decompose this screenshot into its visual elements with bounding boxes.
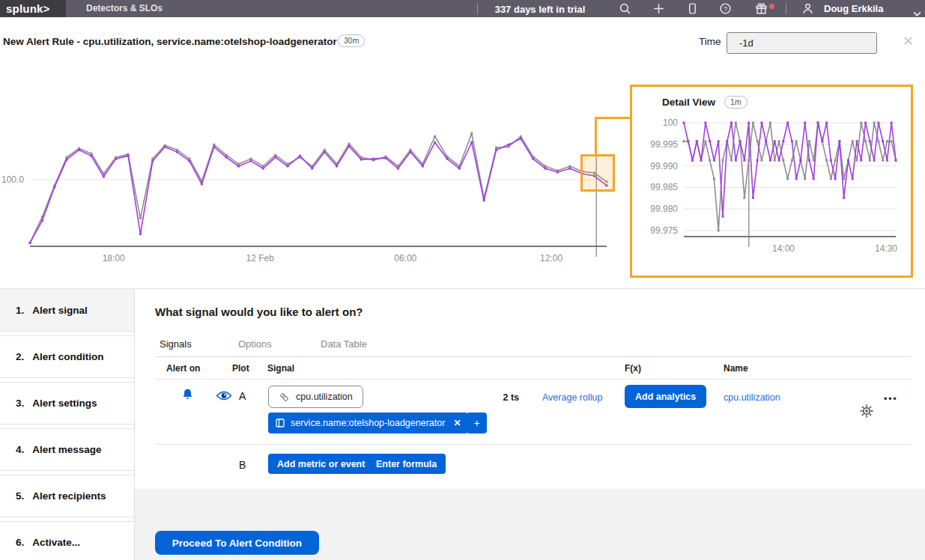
col-header-signal: Signal xyxy=(267,363,294,374)
sidebar-item-activate[interactable]: 6. Activate... xyxy=(0,521,134,560)
tabs-divider xyxy=(155,356,911,357)
signal-name-link[interactable]: cpu.utilization xyxy=(724,392,780,403)
add-filter-button[interactable]: + xyxy=(467,413,487,433)
notification-dot xyxy=(769,4,774,9)
page-title: New Alert Rule - cpu.utilization, servic… xyxy=(3,36,337,47)
trial-days-left[interactable]: 337 days left in trial xyxy=(479,4,601,15)
detail-view-panel: Detail View 1m 10099.99599.99099.98599.9… xyxy=(630,85,913,278)
close-icon[interactable]: ✕ xyxy=(903,34,914,48)
svg-text:18:00: 18:00 xyxy=(103,253,125,264)
zoom-region-highlight[interactable] xyxy=(580,154,615,192)
current-user-name[interactable]: Doug Erkkila xyxy=(824,3,883,14)
filter-chip[interactable]: service.name:otelshop-loadgenerator ✕ xyxy=(268,413,468,433)
metric-tag-icon xyxy=(279,392,290,403)
svg-text:99.980: 99.980 xyxy=(650,204,678,214)
splunk-logo[interactable]: splunk> xyxy=(0,0,66,17)
rollup-link[interactable]: Average rollup xyxy=(542,392,602,403)
svg-text:99.985: 99.985 xyxy=(650,182,678,192)
alert-steps-sidebar: 1. Alert signal 2. Alert condition 3. Al… xyxy=(0,289,135,560)
remove-filter-icon[interactable]: ✕ xyxy=(453,418,461,428)
section-footer: Proceed To Alert Condition xyxy=(135,489,925,560)
resolution-badge: 30m xyxy=(338,34,365,47)
signal-preview-chart[interactable]: 100.018:0012 Feb06:0012:00 xyxy=(0,67,629,277)
detail-view-title: Detail View xyxy=(662,97,715,108)
add-analytics-button[interactable]: Add analytics xyxy=(625,385,706,408)
signal-row-b: B Add metric or event Enter formula xyxy=(135,444,925,489)
detail-view-chart[interactable]: 10099.99599.99099.98599.98099.97514:0014… xyxy=(632,113,911,263)
metric-chip[interactable]: cpu.utilization xyxy=(268,386,363,408)
sidebar-item-alert-recipients[interactable]: 5. Alert recipients xyxy=(0,475,134,517)
section-heading: What signal would you like to alert on? xyxy=(155,305,363,318)
svg-text:12 Feb: 12 Feb xyxy=(246,253,275,264)
user-icon[interactable] xyxy=(801,2,814,15)
svg-text:14:30: 14:30 xyxy=(875,243,897,254)
svg-text:12:00: 12:00 xyxy=(540,253,562,264)
detail-resolution-badge: 1m xyxy=(724,96,747,109)
svg-text:06:00: 06:00 xyxy=(394,253,416,264)
gifts-icon[interactable] xyxy=(755,2,768,15)
sidebar-item-alert-settings[interactable]: 3. Alert settings xyxy=(0,382,134,424)
mobile-icon[interactable] xyxy=(686,2,699,15)
alert-signal-section: What signal would you like to alert on? … xyxy=(135,289,925,560)
tab-signals[interactable]: Signals xyxy=(160,338,192,350)
search-icon[interactable] xyxy=(619,2,631,15)
chevron-down-icon[interactable] xyxy=(913,6,921,11)
tab-options[interactable]: Options xyxy=(238,338,272,350)
tab-data-table[interactable]: Data Table xyxy=(321,338,367,350)
col-header-fx: F(x) xyxy=(625,363,641,374)
help-icon[interactable]: ? xyxy=(719,2,732,15)
topbar-divider xyxy=(786,3,786,14)
top-navigation-bar: splunk> Detectors & SLOs 337 days left i… xyxy=(0,0,925,17)
time-range-input[interactable] xyxy=(727,32,877,54)
plot-label-b: B xyxy=(239,459,246,471)
svg-text:99.990: 99.990 xyxy=(650,161,678,171)
sidebar-item-alert-message[interactable]: 4. Alert message xyxy=(0,428,134,471)
enter-formula-button[interactable]: Enter formula xyxy=(367,454,446,474)
svg-text:99.995: 99.995 xyxy=(650,139,678,150)
signal-row-a: A cpu.utilization service.name:otelshop-… xyxy=(135,379,925,444)
visibility-eye-icon[interactable] xyxy=(216,390,232,401)
nav-detectors-slos[interactable]: Detectors & SLOs xyxy=(86,3,163,13)
add-metric-or-event-button[interactable]: Add metric or event xyxy=(268,454,374,474)
time-label: Time xyxy=(699,36,721,47)
zoom-connector-horizontal xyxy=(595,117,632,119)
svg-text:100: 100 xyxy=(663,118,678,128)
alert-bell-icon[interactable] xyxy=(181,388,194,402)
timeseries-count: 2 ts xyxy=(477,392,519,403)
sidebar-item-alert-condition[interactable]: 2. Alert condition xyxy=(0,335,134,378)
svg-text:99.975: 99.975 xyxy=(650,225,678,236)
svg-text:100.0: 100.0 xyxy=(1,174,24,185)
zoom-connector-vertical xyxy=(595,118,597,154)
more-options-icon[interactable]: ••• xyxy=(884,394,898,404)
svg-text:?: ? xyxy=(724,5,727,13)
plot-label-a: A xyxy=(239,390,246,402)
dimension-icon xyxy=(276,419,285,427)
proceed-to-alert-condition-button[interactable]: Proceed To Alert Condition xyxy=(155,531,319,555)
col-header-alert-on: Alert on xyxy=(166,363,200,374)
sidebar-item-alert-signal[interactable]: 1. Alert signal xyxy=(0,289,134,332)
col-header-plot: Plot xyxy=(232,363,249,374)
col-header-name: Name xyxy=(724,363,748,374)
topbar-divider xyxy=(477,3,478,14)
gear-icon[interactable] xyxy=(858,403,875,419)
plus-icon[interactable] xyxy=(652,2,665,15)
svg-text:14:00: 14:00 xyxy=(772,243,795,254)
